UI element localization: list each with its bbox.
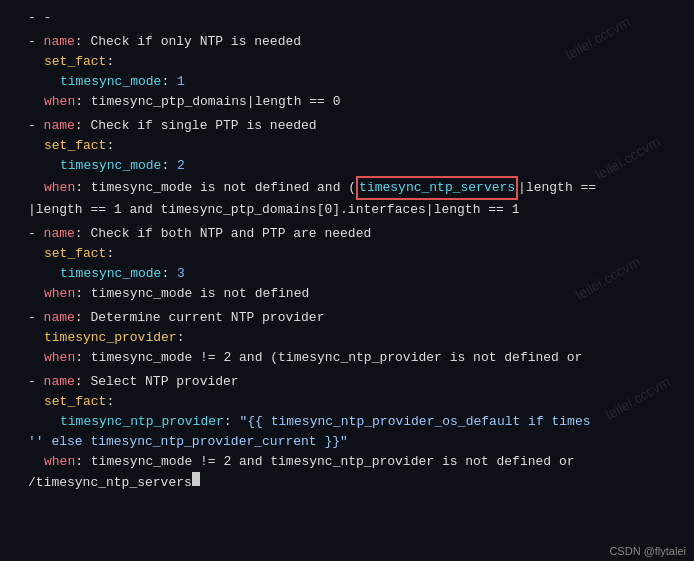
text-cursor — [192, 472, 200, 486]
code-line: when: timesync_mode is not defined — [0, 284, 694, 304]
code-line: timesync_mode: 3 — [0, 264, 694, 284]
code-line: timesync_provider: — [0, 328, 694, 348]
code-line: set_fact: — [0, 136, 694, 156]
code-line-last: /timesync_ntp_servers — [0, 472, 694, 493]
code-line: timesync_ntp_provider: "{{ timesync_ntp_… — [0, 412, 694, 432]
code-line: - name: Check if single PTP is needed — [0, 116, 694, 136]
code-line: set_fact: — [0, 52, 694, 72]
code-editor: leilei.cccvm leilei.cccvm leilei.cccvm l… — [0, 0, 694, 561]
code-line: - name: Check if only NTP is needed — [0, 32, 694, 52]
code-line: when: timesync_mode != 2 and (timesync_n… — [0, 348, 694, 368]
code-line: when: timesync_ptp_domains|length == 0 — [0, 92, 694, 112]
code-line: - - — [0, 8, 694, 28]
code-line: when: timesync_mode != 2 and timesync_nt… — [0, 452, 694, 472]
code-line: - name: Select NTP provider — [0, 372, 694, 392]
code-line: |length == 1 and timesync_ptp_domains[0]… — [0, 200, 694, 220]
code-line: - name: Check if both NTP and PTP are ne… — [0, 224, 694, 244]
code-line: timesync_mode: 2 — [0, 156, 694, 176]
code-line: set_fact: — [0, 244, 694, 264]
code-line: timesync_mode: 1 — [0, 72, 694, 92]
bottom-label: CSDN @flytalei — [609, 545, 686, 557]
code-line: '' else timesync_ntp_provider_current }}… — [0, 432, 694, 452]
code-line: set_fact: — [0, 392, 694, 412]
code-line: - name: Determine current NTP provider — [0, 308, 694, 328]
bottom-bar: CSDN @flytalei — [609, 545, 686, 557]
code-line-when-highlight: when: timesync_mode is not defined and (… — [0, 176, 694, 200]
highlight-box: timesync_ntp_servers — [356, 176, 518, 200]
